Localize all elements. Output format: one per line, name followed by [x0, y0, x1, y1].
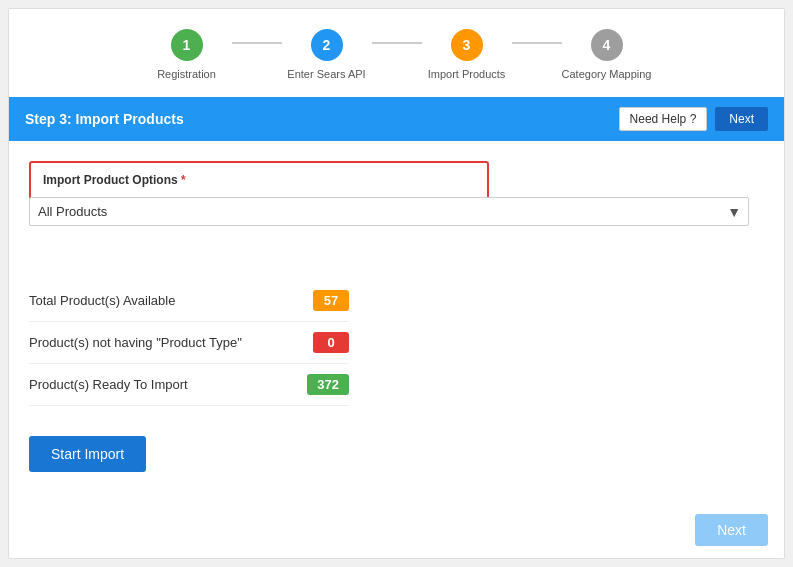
header-next-button[interactable]: Next [715, 107, 768, 131]
stats-section: Total Product(s) Available 57 Product(s)… [29, 280, 764, 406]
step-title: Step 3: Import Products [25, 111, 184, 127]
step-label-4: Category Mapping [562, 67, 652, 81]
stat-badge-no-type: 0 [313, 332, 349, 353]
bottom-bar: Next [695, 514, 768, 546]
connector-2 [372, 42, 422, 44]
stat-label-no-type: Product(s) not having "Product Type" [29, 335, 313, 350]
step-circle-4: 4 [591, 29, 623, 61]
stat-badge-ready: 372 [307, 374, 349, 395]
step-category-mapping: 4 Category Mapping [562, 29, 652, 81]
step-enter-sears-api: 2 Enter Sears API [282, 29, 372, 81]
stat-label-ready: Product(s) Ready To Import [29, 377, 307, 392]
connector-3 [512, 42, 562, 44]
need-help-button[interactable]: Need Help ? [619, 107, 708, 131]
header-actions: Need Help ? Next [619, 107, 768, 131]
stat-row-ready: Product(s) Ready To Import 372 [29, 364, 349, 406]
step-label-1: Registration [157, 67, 216, 81]
start-import-button[interactable]: Start Import [29, 436, 146, 472]
step-circle-1: 1 [171, 29, 203, 61]
step-registration: 1 Registration [142, 29, 232, 81]
connector-1 [232, 42, 282, 44]
step-circle-2: 2 [311, 29, 343, 61]
step-label-3: Import Products [428, 67, 506, 81]
step-import-products: 3 Import Products [422, 29, 512, 81]
stat-badge-total: 57 [313, 290, 349, 311]
step-header-bar: Step 3: Import Products Need Help ? Next [9, 97, 784, 141]
progress-steps: 1 Registration 2 Enter Sears API 3 Impor… [9, 9, 784, 97]
import-options-select[interactable]: All Products New Products Only Updated P… [29, 197, 749, 226]
bottom-next-button[interactable]: Next [695, 514, 768, 546]
step-label-2: Enter Sears API [287, 67, 365, 81]
stat-label-total: Total Product(s) Available [29, 293, 313, 308]
stat-row-total: Total Product(s) Available 57 [29, 280, 349, 322]
step-circle-3: 3 [451, 29, 483, 61]
content-area: Import Product Options * All Products Ne… [9, 141, 784, 492]
stat-row-no-type: Product(s) not having "Product Type" 0 [29, 322, 349, 364]
